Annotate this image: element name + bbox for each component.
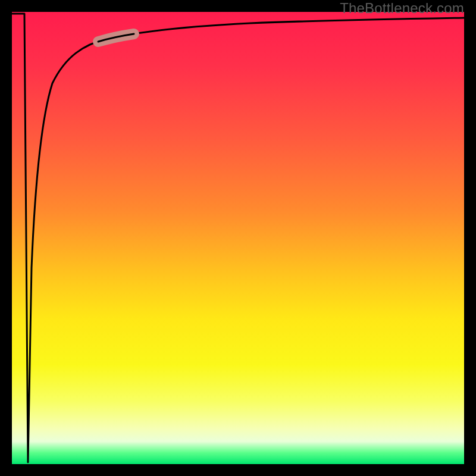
frame-edge — [0, 464, 476, 476]
frame-edge — [464, 0, 476, 476]
chart-container: TheBottleneck.com — [0, 0, 476, 476]
plot-frame — [0, 0, 476, 476]
watermark-text: TheBottleneck.com — [340, 0, 464, 17]
frame-edge — [0, 0, 12, 476]
